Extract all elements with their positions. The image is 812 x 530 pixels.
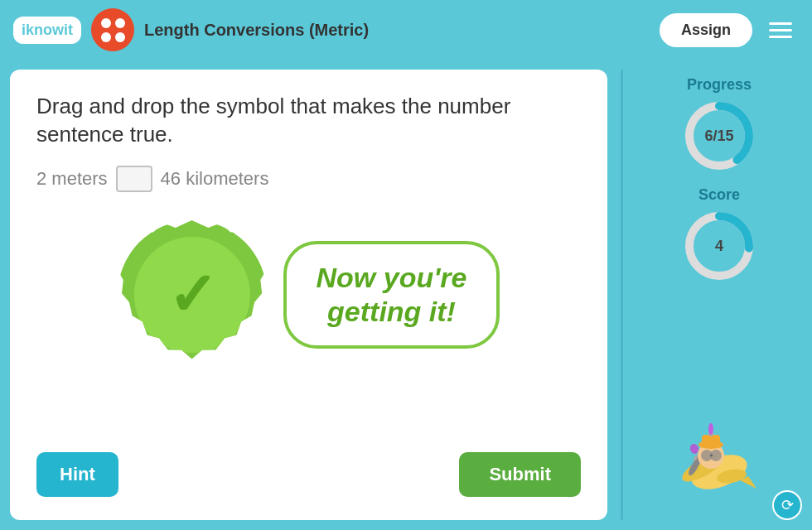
svg-point-19 (708, 423, 713, 435)
badge-inner: ✓ (134, 237, 250, 353)
mascot-area (636, 296, 802, 513)
score-value: 4 (715, 238, 723, 255)
menu-line-2 (769, 29, 792, 31)
instruction-text: Drag and drop the symbol that makes the … (36, 93, 581, 149)
feedback-text: Now you're getting it! (317, 261, 467, 329)
hint-button[interactable]: Hint (36, 452, 118, 497)
main-content: Drag and drop the symbol that makes the … (0, 60, 812, 530)
progress-ring-container: 6/15 (682, 99, 756, 173)
logo: iknowit (13, 17, 81, 44)
feedback-line1: Now you're (317, 262, 467, 293)
panel-divider (621, 70, 623, 520)
menu-line-1 (769, 22, 792, 25)
feedback-overlay: ✓ Now you're getting it! (43, 152, 574, 437)
logo-text: iknowit (22, 22, 73, 38)
feedback-bubble: Now you're getting it! (283, 241, 500, 349)
right-panel: Progress 6/15 Score 4 (636, 70, 802, 520)
progress-card: Progress 6/15 (636, 76, 802, 173)
mascot-svg (665, 406, 773, 513)
assign-button[interactable]: Assign (660, 13, 752, 47)
question-panel: Drag and drop the symbol that makes the … (10, 70, 607, 520)
activity-title: Length Conversions (Metric) (144, 21, 650, 40)
menu-button[interactable] (762, 16, 799, 45)
score-ring-container: 4 (682, 209, 756, 283)
back-button[interactable]: ⟳ (772, 490, 802, 520)
score-label: Score (698, 186, 740, 204)
badge-outer: ✓ (118, 220, 267, 369)
header: iknowit Length Conversions (Metric) Assi… (0, 0, 812, 60)
activity-icon (91, 8, 134, 51)
feedback-line2: getting it! (327, 296, 456, 327)
bottom-buttons: Hint Submit (36, 442, 581, 497)
progress-label: Progress (687, 76, 752, 94)
submit-button[interactable]: Submit (459, 452, 581, 497)
badge: ✓ (118, 220, 267, 369)
progress-value: 6/15 (704, 128, 733, 145)
checkmark-icon: ✓ (167, 265, 217, 325)
menu-line-3 (769, 36, 792, 38)
score-card: Score 4 (636, 186, 802, 283)
